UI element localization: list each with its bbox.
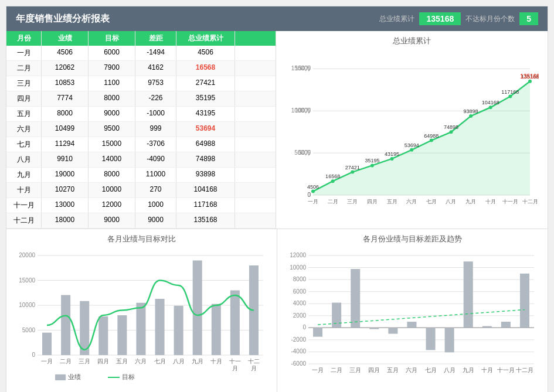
table-row: 十月1027010000270104168 — [6, 183, 276, 198]
chart3-title: 各月份业绩与目标差距及趋势 — [282, 234, 543, 244]
not-reach-label: 不达标月份个数 — [465, 14, 515, 24]
table-body: 一月45066000-14944506二月120627900416216568三… — [6, 46, 276, 229]
chart1-canvas — [281, 49, 539, 219]
chart2-canvas — [11, 247, 269, 387]
not-reach-value: 5 — [519, 12, 538, 25]
chart2-section: 各月业绩与目标对比 — [6, 229, 277, 392]
table-row: 九月1900080001100093898 — [6, 168, 276, 183]
col-target: 目标 — [89, 31, 135, 46]
table-row: 七月1129415000-370664988 — [6, 137, 276, 152]
chart3-section: 各月份业绩与目标差距及趋势 — [277, 229, 548, 392]
chart2-title: 各月业绩与目标对比 — [11, 234, 272, 244]
chart1-section: 总业绩累计 — [276, 31, 548, 229]
top-section: 月份 业绩 目标 差距 总业绩累计 一月45066000-14944506二月1… — [6, 31, 548, 229]
table-row: 六月10499950099953694 — [6, 122, 276, 137]
col-diff: 差距 — [135, 31, 176, 46]
table-header: 月份 业绩 目标 差距 总业绩累计 — [6, 31, 276, 46]
header-bar: 年度销售业绩分析报表 总业绩累计 135168 不达标月份个数 5 — [6, 6, 548, 31]
table-row: 二月120627900416216568 — [6, 61, 276, 76]
table-row: 八月991014000-409074898 — [6, 152, 276, 168]
header-stats: 总业绩累计 135168 不达标月份个数 5 — [379, 12, 538, 25]
total-label: 总业绩累计 — [379, 14, 414, 24]
chart1-title: 总业绩累计 — [281, 36, 543, 46]
col-month: 月份 — [6, 31, 42, 46]
table-row: 一月45066000-14944506 — [6, 46, 276, 61]
table-row: 五月80009000-100043195 — [6, 107, 276, 122]
table-row: 十二月1800090009000135168 — [6, 213, 276, 229]
table-row: 十一月13000120001000117168 — [6, 198, 276, 213]
page-title: 年度销售业绩分析报表 — [16, 13, 110, 25]
chart3-canvas — [282, 247, 540, 387]
col-perf: 业绩 — [42, 31, 89, 46]
bottom-section: 各月业绩与目标对比 各月份业绩与目标差距及趋势 — [6, 229, 548, 392]
main-container: 年度销售业绩分析报表 总业绩累计 135168 不达标月份个数 5 月份 业绩 … — [6, 6, 548, 392]
table-row: 三月108531100975327421 — [6, 76, 276, 91]
table-row: 四月77748000-22635195 — [6, 91, 276, 107]
total-value: 135168 — [419, 12, 461, 25]
col-cumul: 总业绩累计 — [176, 31, 235, 46]
table-section: 月份 业绩 目标 差距 总业绩累计 一月45066000-14944506二月1… — [6, 31, 276, 229]
